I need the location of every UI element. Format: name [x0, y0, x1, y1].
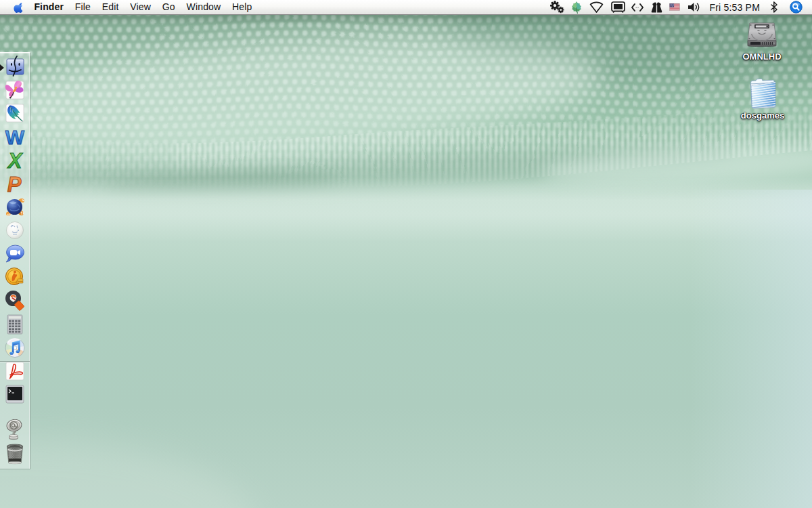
svg-text:X: X — [7, 149, 24, 171]
svg-text:P: P — [7, 173, 22, 194]
svg-text:W: W — [5, 126, 25, 148]
